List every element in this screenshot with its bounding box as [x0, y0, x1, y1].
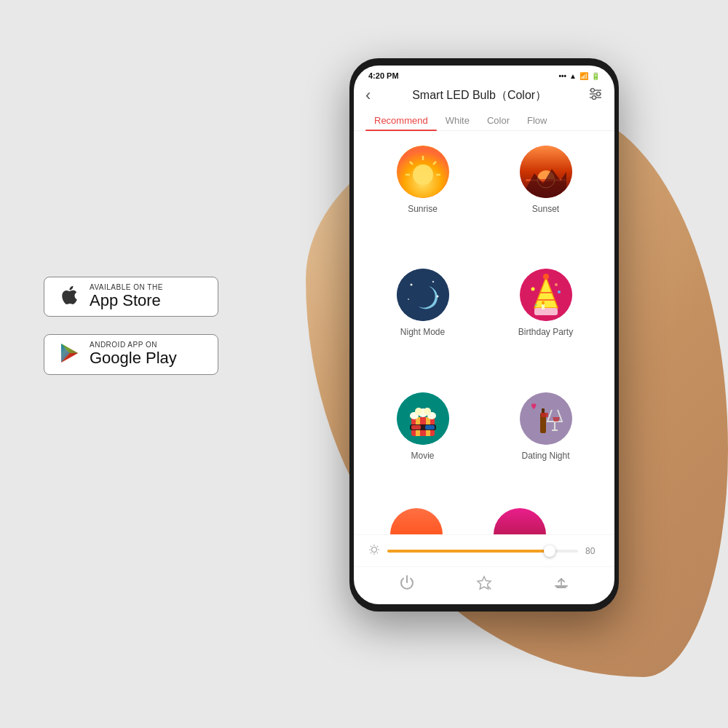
- sunset-label: Sunset: [532, 204, 559, 214]
- apple-icon: [58, 283, 81, 310]
- scene-sunrise[interactable]: Sunrise: [361, 138, 484, 261]
- svg-line-58: [377, 553, 378, 553]
- scene-movie[interactable]: Movie: [361, 385, 484, 508]
- night-mode-label: Night Mode: [400, 327, 445, 337]
- google-play-icon: [58, 341, 81, 368]
- brightness-track[interactable]: [387, 550, 578, 553]
- svg-point-16: [397, 269, 449, 321]
- wifi-icon: ▲: [569, 72, 577, 80]
- google-play-small-text: ANDROID APP ON: [90, 341, 177, 349]
- svg-rect-48: [541, 413, 548, 417]
- upload-button[interactable]: [553, 574, 569, 594]
- settings-button[interactable]: [588, 87, 603, 103]
- night-mode-icon: [397, 269, 449, 321]
- google-play-badge[interactable]: ANDROID APP ON Google Play: [44, 334, 218, 374]
- power-button[interactable]: [399, 574, 415, 594]
- svg-point-26: [531, 288, 534, 291]
- favorites-button[interactable]: [476, 574, 492, 594]
- svg-point-28: [534, 304, 537, 306]
- svg-point-4: [591, 89, 595, 92]
- signal-icon: 📶: [579, 72, 588, 80]
- scene-birthday-party[interactable]: Birthday Party: [484, 261, 607, 384]
- svg-line-57: [371, 546, 371, 547]
- sunset-icon: [520, 146, 572, 198]
- scenes-grid: Sunrise: [354, 131, 614, 508]
- birthday-party-label: Birthday Party: [518, 327, 573, 337]
- svg-rect-30: [534, 308, 558, 315]
- tab-flow[interactable]: Flow: [518, 111, 555, 130]
- phone-screen: 4:20 PM ••• ▲ 📶 🔋 ‹ Smart LED Bulb（Color…: [354, 66, 614, 604]
- scene-dating-night[interactable]: Dating Night: [484, 385, 607, 508]
- svg-point-20: [436, 296, 438, 298]
- scene-night-mode[interactable]: Night Mode: [361, 261, 484, 384]
- dating-night-icon: [520, 392, 572, 445]
- google-play-big-text: Google Play: [90, 349, 177, 368]
- svg-point-40: [415, 408, 422, 415]
- svg-point-6: [593, 96, 596, 100]
- svg-point-32: [542, 301, 545, 305]
- svg-point-18: [432, 281, 433, 282]
- tab-color[interactable]: Color: [478, 111, 518, 130]
- google-play-text: ANDROID APP ON Google Play: [90, 341, 177, 368]
- sunrise-label: Sunrise: [408, 204, 438, 214]
- svg-point-19: [408, 298, 409, 300]
- status-time: 4:20 PM: [368, 71, 399, 80]
- svg-point-5: [597, 92, 601, 96]
- tab-recommend[interactable]: Recommend: [365, 111, 437, 130]
- app-store-badge[interactable]: Available on the App Store: [44, 277, 218, 317]
- brightness-fill: [387, 550, 550, 553]
- app-store-text: Available on the App Store: [90, 283, 163, 310]
- sunrise-icon: [397, 146, 449, 198]
- brightness-icon: [368, 544, 380, 558]
- svg-rect-44: [425, 425, 435, 430]
- phone-container: 4:20 PM ••• ▲ 📶 🔋 ‹ Smart LED Bulb（Color…: [291, 44, 728, 677]
- movie-icon: [397, 392, 449, 445]
- app-store-big-text: App Store: [90, 291, 163, 310]
- app-store-small-text: Available on the: [90, 283, 163, 291]
- brightness-value: 80: [585, 546, 600, 556]
- svg-point-41: [424, 408, 431, 415]
- svg-rect-43: [411, 425, 421, 430]
- partial-icon-2: [494, 508, 546, 534]
- dating-night-label: Dating Night: [521, 451, 569, 461]
- back-button[interactable]: ‹: [365, 86, 371, 105]
- scene-sunset[interactable]: Sunset: [484, 138, 607, 261]
- svg-point-27: [558, 290, 561, 293]
- svg-point-29: [555, 283, 558, 286]
- status-icons: ••• ▲ 📶 🔋: [559, 72, 600, 80]
- bluetooth-icon: •••: [559, 72, 567, 80]
- bottom-navigation: [354, 566, 614, 604]
- svg-point-17: [410, 284, 412, 286]
- svg-line-59: [377, 546, 378, 547]
- scenes-partial-row: [354, 508, 614, 534]
- svg-point-25: [543, 274, 549, 280]
- app-header: ‹ Smart LED Bulb（Color）: [354, 83, 614, 111]
- tab-white[interactable]: White: [437, 111, 478, 130]
- svg-line-60: [371, 553, 371, 553]
- partial-icon-1: [390, 508, 443, 534]
- birthday-party-icon: [520, 269, 572, 321]
- battery-icon: 🔋: [591, 72, 600, 80]
- app-title: Smart LED Bulb（Color）: [412, 88, 547, 103]
- phone-device: 4:20 PM ••• ▲ 📶 🔋 ‹ Smart LED Bulb（Color…: [349, 58, 619, 612]
- store-badges-container: Available on the App Store: [44, 277, 218, 375]
- tab-bar: Recommend White Color Flow: [354, 111, 614, 131]
- brightness-thumb[interactable]: [544, 545, 555, 557]
- svg-point-52: [372, 547, 377, 553]
- status-bar: 4:20 PM ••• ▲ 📶 🔋: [354, 66, 614, 83]
- movie-label: Movie: [411, 451, 434, 461]
- brightness-control: 80: [354, 534, 614, 566]
- svg-point-8: [413, 165, 433, 185]
